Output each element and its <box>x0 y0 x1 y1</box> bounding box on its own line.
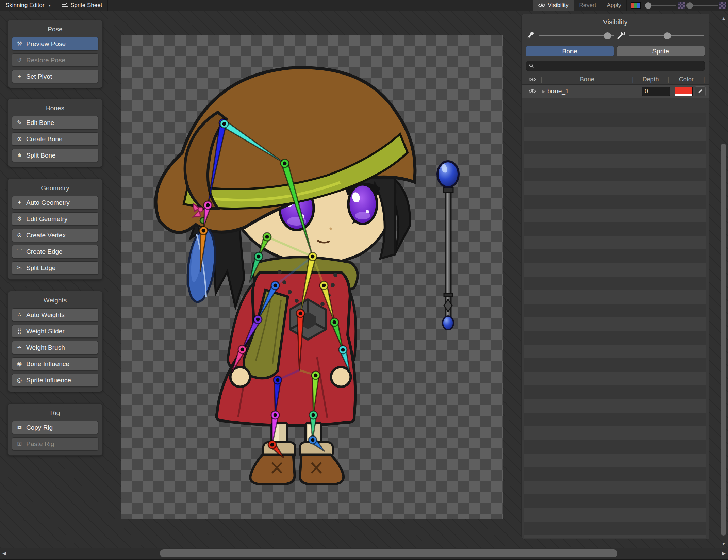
section-pose: Pose⚒Preview Pose↺Restore Pose⌖Set Pivot <box>7 20 103 88</box>
scroll-down-icon[interactable]: ▼ <box>719 541 728 546</box>
expand-triangle-icon[interactable]: ▶ <box>540 89 547 94</box>
revert-button[interactable]: Revert <box>574 0 601 11</box>
slider-knob[interactable] <box>664 32 671 39</box>
apply-button[interactable]: Apply <box>601 0 626 11</box>
color-column-header[interactable]: Color <box>670 76 702 83</box>
bone-search-box[interactable] <box>526 61 705 71</box>
visibility-list-row <box>524 413 706 426</box>
weight-brush-button[interactable]: ✒Weight Brush <box>12 341 98 354</box>
alpha-checker-icon <box>678 2 685 9</box>
horizontal-scrollbar[interactable]: ◀ ▶ <box>0 548 728 559</box>
mesh-opacity-slider[interactable] <box>629 32 705 39</box>
sprite-sheet-button[interactable]: Sprite Sheet <box>56 0 108 11</box>
mesh-opacity-slider[interactable] <box>686 0 718 11</box>
chevron-down-icon: ▾ <box>49 3 51 8</box>
set-pivot-button[interactable]: ⌖Set Pivot <box>12 70 98 83</box>
eye-icon <box>529 77 536 82</box>
visibility-list-row <box>524 426 706 440</box>
vertical-scrollbar[interactable]: ▲ ▼ <box>719 14 728 547</box>
weight-slider-button[interactable]: ⣿Weight Slider <box>12 325 98 338</box>
scrollbar-thumb[interactable] <box>721 144 726 536</box>
bone-name[interactable]: bone_1 <box>547 87 642 95</box>
split-bone-button[interactable]: ⋔Split Bone <box>12 149 98 162</box>
bone-color-swatch[interactable] <box>675 87 693 96</box>
visibility-list-row <box>524 331 706 345</box>
create-edge-button[interactable]: ⌒Create Edge <box>12 245 98 258</box>
scroll-left-icon[interactable]: ◀ <box>2 550 6 556</box>
eyedropper-icon <box>698 89 703 94</box>
tab-bone[interactable]: Bone <box>526 46 614 56</box>
auto-weights-button[interactable]: ∴Auto Weights <box>12 308 98 322</box>
eye-column-header[interactable] <box>525 77 540 82</box>
tab-sprite-label: Sprite <box>652 48 669 55</box>
slider-knob[interactable] <box>686 2 693 9</box>
search-input[interactable] <box>536 63 701 69</box>
sprite-influence-button[interactable]: ◎Sprite Influence <box>12 374 98 387</box>
bone-column-header[interactable]: Bone <box>543 76 631 83</box>
button-label: Copy Rig <box>26 424 53 431</box>
bone-list-rows <box>524 113 706 538</box>
visibility-list-row <box>524 154 706 168</box>
bone-influence-icon: ◉ <box>16 360 23 367</box>
tab-sprite[interactable]: Sprite <box>617 46 705 56</box>
section-title: Bones <box>12 102 98 116</box>
auto-geometry-button[interactable]: ✦Auto Geometry <box>12 196 98 209</box>
button-label: Edit Geometry <box>26 215 67 223</box>
button-label: Create Bone <box>26 135 63 143</box>
bone-create-icon: ⊕ <box>16 135 23 143</box>
editor-workspace: Pose⚒Preview Pose↺Restore Pose⌖Set Pivot… <box>0 11 728 548</box>
depth-column-header[interactable]: Depth <box>634 76 667 83</box>
visibility-list-row <box>524 372 706 385</box>
visibility-toggle-button[interactable]: Visibility <box>533 0 574 11</box>
apply-label: Apply <box>607 2 621 9</box>
eye-icon <box>538 3 545 8</box>
alpha-checker-icon <box>719 2 727 9</box>
visibility-list-row <box>524 181 706 195</box>
visibility-list-row <box>524 481 706 494</box>
visibility-list-row <box>524 127 706 141</box>
depth-input[interactable]: 0 <box>642 87 670 96</box>
sprite-canvas[interactable] <box>121 35 503 519</box>
split-edge-button[interactable]: ✂Split Edge <box>12 261 98 275</box>
button-label: Weight Slider <box>26 328 65 335</box>
visibility-list-row <box>524 385 706 399</box>
edit-geometry-button[interactable]: ⚙Edit Geometry <box>12 212 98 226</box>
sprite-opacity-slider[interactable] <box>645 0 676 11</box>
tab-bone-label: Bone <box>562 48 577 55</box>
edit-bone-button[interactable]: ✎Edit Bone <box>12 116 98 129</box>
weight-brush-icon: ✒ <box>16 344 23 351</box>
row-visibility-toggle[interactable] <box>525 89 540 94</box>
scrollbar-thumb[interactable] <box>160 549 617 557</box>
paste-icon: ⊞ <box>16 440 23 447</box>
visibility-list-row <box>524 399 706 413</box>
slider-knob[interactable] <box>604 32 611 39</box>
eyedropper-button[interactable] <box>695 86 706 96</box>
toolbar-divider <box>107 0 108 11</box>
scroll-right-icon[interactable]: ▶ <box>722 550 726 556</box>
skinning-editor-label: Skinning Editor <box>5 2 44 9</box>
skinning-editor-window: Skinning Editor ▾ Sprite Sheet Visibilit… <box>0 0 728 560</box>
button-label: Auto Weights <box>26 311 65 319</box>
copy-rig-button[interactable]: ⧉Copy Rig <box>12 421 98 434</box>
sprite-color-swatch[interactable] <box>631 2 641 9</box>
bone-list-row[interactable]: ▶ bone_1 0 <box>522 85 709 98</box>
visibility-panel: Visibility <box>521 14 709 539</box>
sprite-influence-icon: ◎ <box>16 377 23 384</box>
create-vertex-button[interactable]: ⊙Create Vertex <box>12 229 98 242</box>
restore-pose-button[interactable]: ↺Restore Pose <box>12 53 98 67</box>
preview-pose-button[interactable]: ⚒Preview Pose <box>12 37 98 50</box>
bone-influence-button[interactable]: ◉Bone Influence <box>12 357 98 370</box>
scroll-up-icon[interactable]: ▲ <box>719 16 728 21</box>
auto-weights-icon: ∴ <box>16 311 23 318</box>
skinning-editor-dropdown[interactable]: Skinning Editor ▾ <box>0 0 56 11</box>
revert-label: Revert <box>579 2 596 9</box>
visibility-list-row <box>524 304 706 317</box>
bone-opacity-slider[interactable] <box>539 32 614 39</box>
create-bone-button[interactable]: ⊕Create Bone <box>12 132 98 146</box>
slider-knob[interactable] <box>645 2 651 9</box>
staff-sprite <box>437 161 459 330</box>
button-label: Split Bone <box>26 152 56 159</box>
character-art <box>156 68 415 484</box>
paste-rig-button[interactable]: ⊞Paste Rig <box>12 437 98 450</box>
button-label: Weight Brush <box>26 344 65 351</box>
